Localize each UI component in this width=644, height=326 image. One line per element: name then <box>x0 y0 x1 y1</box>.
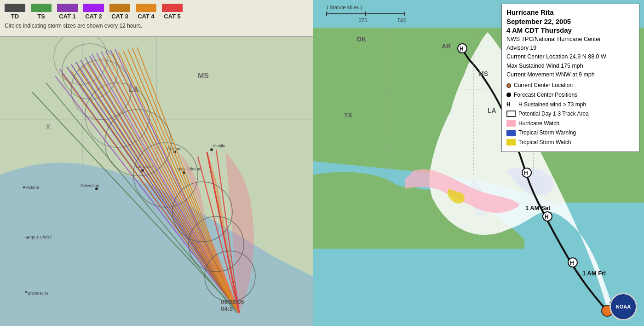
ts-color <box>31 4 52 12</box>
ts-label: TS <box>37 13 45 20</box>
blue-swatch-icon <box>506 130 516 136</box>
svg-text:MS: MS <box>478 70 488 77</box>
cat1-color <box>57 4 78 12</box>
svg-text:OK: OK <box>356 35 366 43</box>
svg-text:Galveston: Galveston <box>80 183 99 188</box>
legend-td: TD <box>5 4 25 20</box>
pink-swatch-icon <box>506 120 516 127</box>
orange-dot-icon <box>506 83 511 88</box>
legend-subtitle: Circles indicating storm sizes are shown… <box>0 22 313 30</box>
svg-text:500: 500 <box>398 17 406 23</box>
svg-point-5 <box>210 148 213 151</box>
storm-time: 4 AM CDT Thursday <box>506 26 634 35</box>
forecast-positions-label: Forecast Center Positions <box>514 91 577 99</box>
td-label: TD <box>11 13 19 20</box>
storm-date: September 22, 2005 <box>506 17 634 26</box>
left-hurricane-panel: MS LA X Gulfport Mobile Lafayette New Or… <box>0 0 313 326</box>
agency-label: NWS TPC/National Hurricane Center <box>506 35 634 44</box>
polygon-swatch-icon <box>506 111 516 117</box>
legend-forecast-positions: Forecast Center Positions <box>506 91 634 99</box>
svg-text:Victoria: Victoria <box>25 185 39 190</box>
right-hurricane-panel: H H H H H 4 AM Thu 1 AM Fri 1 AM Sat 1 A… <box>313 0 644 326</box>
legend-track-area: Potential Day 1-3 Track Area <box>506 110 634 118</box>
svg-text:Brownsville: Brownsville <box>28 291 49 296</box>
cat4-label: CAT 4 <box>138 13 155 20</box>
svg-text:1 AM Fri: 1 AM Fri <box>582 270 606 277</box>
legend-storm-warning: Tropical Storm Warning <box>506 128 634 137</box>
svg-text:09/22/05: 09/22/05 <box>221 298 244 305</box>
svg-text:( Statute Miles ): ( Statute Miles ) <box>327 5 362 10</box>
hurricane-info-box: Hurricane Rita September 22, 2005 4 AM C… <box>501 4 639 152</box>
svg-text:MS: MS <box>198 72 209 80</box>
legend-cat3: CAT 3 <box>109 4 130 20</box>
category-legend: TD TS CAT 1 CAT 2 CAT 3 CAT 4 <box>0 0 313 37</box>
svg-text:H: H <box>545 214 549 220</box>
legend-cat1: CAT 1 <box>57 4 78 20</box>
yellow-swatch-icon <box>506 139 516 146</box>
svg-text:H: H <box>570 260 574 266</box>
svg-text:H: H <box>460 46 464 52</box>
svg-point-21 <box>25 291 27 293</box>
svg-text:Mobile: Mobile <box>213 144 225 148</box>
svg-text:375: 375 <box>359 17 367 23</box>
cat5-color <box>162 4 183 12</box>
svg-text:Corpus Christi: Corpus Christi <box>25 235 52 239</box>
black-dot-icon <box>506 93 511 97</box>
cat5-label: CAT 5 <box>164 13 181 20</box>
svg-text:H: H <box>524 170 528 176</box>
svg-point-20 <box>27 237 29 239</box>
legend-ts: TS <box>31 4 52 20</box>
legend-cat2: CAT 2 <box>83 4 104 20</box>
legend-cat5: CAT 5 <box>162 4 183 20</box>
current-center-label: Current Center Location <box>514 81 573 90</box>
cat3-color <box>109 4 130 12</box>
storm-title: Hurricane Rita <box>506 8 634 17</box>
legend-current-center: Current Center Location <box>506 81 634 90</box>
cat3-label: CAT 3 <box>111 13 128 20</box>
hurricane-watch-label: Hurricane Watch <box>518 119 559 128</box>
legend-storm-watch: Tropical Storm Watch <box>506 138 634 147</box>
movement-label: Current Movement WNW at 9 mph <box>506 70 634 79</box>
cat1-label: CAT 1 <box>59 13 76 20</box>
cat2-color <box>83 4 104 12</box>
advisory-label: Advisory 19 <box>506 44 634 52</box>
track-area-label: Potential Day 1-3 Track Area <box>518 110 589 118</box>
td-color <box>5 4 25 12</box>
svg-text:AR: AR <box>442 42 451 50</box>
wind-label: Max Sustained Wind 175 mph <box>506 62 634 70</box>
svg-text:TX: TX <box>344 111 353 119</box>
svg-text:LA: LA <box>488 107 496 114</box>
h-icon: H <box>506 100 516 109</box>
sustained-wind-label: H Sustained wind > 73 mph <box>518 100 586 109</box>
cat4-color <box>136 4 156 12</box>
cat2-label: CAT 2 <box>85 13 102 20</box>
svg-text:1 AM Sat: 1 AM Sat <box>525 204 551 211</box>
legend-hurricane-watch: Hurricane Watch <box>506 119 634 128</box>
legend-cat4: CAT 4 <box>136 4 156 20</box>
svg-text:X: X <box>46 123 51 130</box>
noaa-logo: NOAA <box>610 293 637 320</box>
svg-point-22 <box>23 186 25 188</box>
legend-sustained-wind: H H Sustained wind > 73 mph <box>506 100 634 109</box>
storm-watch-label: Tropical Storm Watch <box>518 138 571 147</box>
storm-warning-label: Tropical Storm Warning <box>518 128 576 137</box>
svg-text:04:0: 04:0 <box>221 305 233 312</box>
location-label: Current Center Location 24.9 N 88.0 W <box>506 52 634 61</box>
